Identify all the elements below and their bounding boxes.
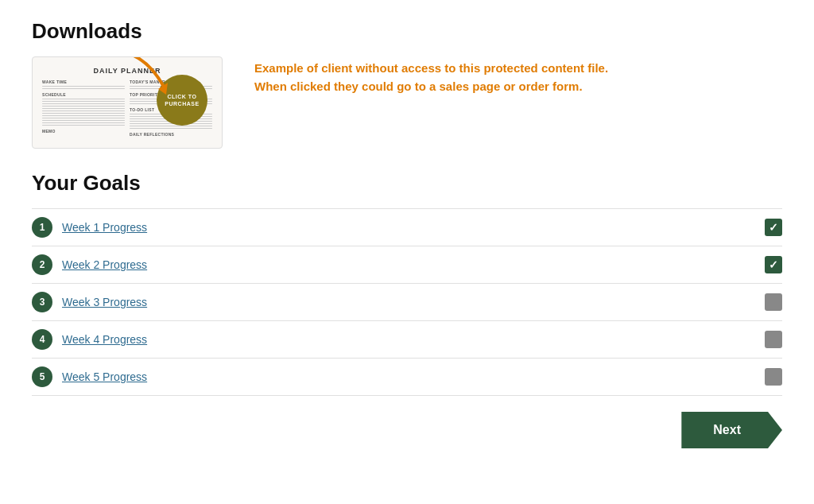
checkmark-icon: ✓ (769, 221, 778, 234)
goal-item: 1Week 1 Progress✓ (32, 209, 782, 246)
goal-number: 4 (32, 329, 52, 350)
downloads-title: Downloads (32, 19, 782, 44)
description-text: Example of client without access to this… (254, 56, 636, 95)
planner-label-wake: WAKE TIME (42, 79, 125, 84)
goal-checkbox-2[interactable]: ✓ (765, 256, 782, 273)
planner-lines-wake (42, 86, 125, 89)
next-button-container: Next (32, 412, 782, 448)
purchase-button[interactable]: CLICK TO PURCHASE (157, 75, 207, 126)
goal-item: 5Week 5 Progress (32, 359, 782, 396)
goal-link-1[interactable]: Week 1 Progress (62, 221, 765, 234)
planner-label-memo: MEMO (42, 129, 125, 134)
goal-checkbox-4[interactable] (765, 331, 782, 348)
goal-number: 1 (32, 217, 52, 238)
goal-link-5[interactable]: Week 5 Progress (62, 370, 765, 383)
planner-lines-schedule (42, 99, 125, 126)
goal-number: 2 (32, 254, 52, 275)
planner-title: DAILY PLANNER (42, 67, 212, 75)
goal-number: 5 (32, 366, 52, 387)
goal-checkbox-5[interactable] (765, 368, 782, 386)
goal-item: 4Week 4 Progress (32, 321, 782, 359)
goals-title: Your Goals (32, 171, 782, 196)
goal-checkbox-1[interactable]: ✓ (765, 219, 782, 236)
goals-section: Your Goals 1Week 1 Progress✓2Week 2 Prog… (32, 171, 782, 396)
goals-list: 1Week 1 Progress✓2Week 2 Progress✓3Week … (32, 208, 782, 396)
goal-link-4[interactable]: Week 4 Progress (62, 333, 765, 346)
goal-item: 3Week 3 Progress (32, 284, 782, 321)
planner-label-schedule: SCHEDULE (42, 92, 125, 97)
goal-link-2[interactable]: Week 2 Progress (62, 258, 765, 271)
goal-item: 2Week 2 Progress✓ (32, 246, 782, 284)
purchase-label: CLICK TO PURCHASE (157, 93, 207, 107)
next-button[interactable]: Next (681, 412, 782, 448)
planner-col-left: WAKE TIME SCHEDULE (42, 79, 125, 138)
goal-checkbox-3[interactable] (765, 293, 782, 311)
planner-label-daily: DAILY REFLECTIONS (130, 132, 212, 137)
top-section: DAILY PLANNER WAKE TIME SCHEDULE (32, 56, 782, 149)
checkmark-icon: ✓ (769, 258, 778, 271)
goal-link-3[interactable]: Week 3 Progress (62, 296, 765, 308)
planner-card: DAILY PLANNER WAKE TIME SCHEDULE (32, 56, 223, 149)
goal-number: 3 (32, 292, 52, 312)
